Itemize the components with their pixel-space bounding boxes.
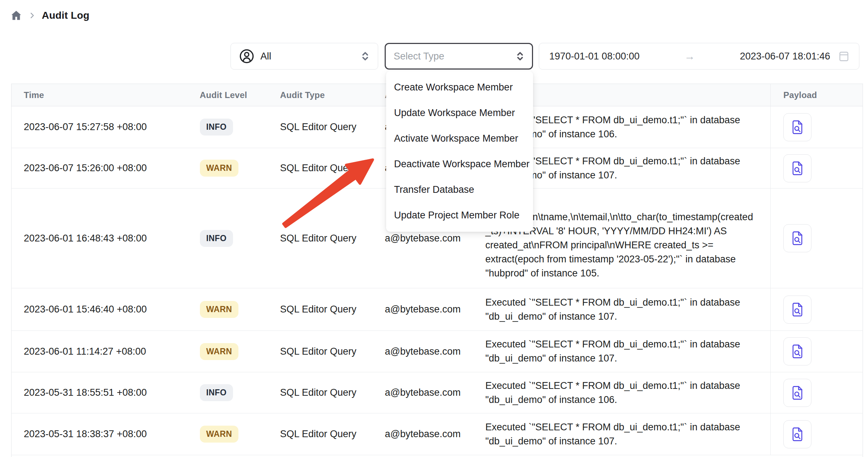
audit-level-badge: WARN <box>200 301 239 318</box>
cell-time: 2023-06-01 16:48:43 +08:00 <box>12 188 200 288</box>
cell-payload <box>771 148 863 188</box>
view-payload-button[interactable] <box>783 296 811 324</box>
cell-audit-type: SQL Editor Query <box>280 106 385 148</box>
person-circle-icon <box>239 48 255 64</box>
cell-time: 2023-05-31 18:55:51 +08:00 <box>12 372 200 413</box>
cell-payload <box>771 288 863 331</box>
dropdown-menu-item[interactable]: Update Workspace Member <box>386 100 533 126</box>
date-range-end[interactable]: 2023-06-07 18:01:46 <box>740 51 830 62</box>
type-filter-placeholder: Select Type <box>394 51 515 62</box>
table-row: 2023-06-01 11:14:27 +08:00 WARN SQL Edit… <box>12 331 863 372</box>
cell-actor: a@bytebase.com <box>385 288 486 331</box>
cell-payload <box>771 106 863 148</box>
cell-actor: a@bytebase.com <box>385 331 486 372</box>
file-search-icon <box>790 344 805 359</box>
chevron-right-icon <box>28 12 36 19</box>
cell-comment: Executed `"SELECT * FROM db_ui_demo.t1;"… <box>486 413 771 455</box>
table-row: 2023-05-31 18:55:51 +08:00 INFO SQL Edit… <box>12 372 863 413</box>
date-range-picker[interactable]: 1970-01-01 08:00:00 → 2023-06-07 18:01:4… <box>539 43 859 70</box>
cell-time: 2023-06-01 11:14:27 +08:00 <box>12 331 200 372</box>
cell-audit-type: SQL Editor Query <box>280 148 385 188</box>
cell-audit-level: INFO <box>200 372 280 413</box>
actor-filter-value: All <box>260 51 360 62</box>
home-icon[interactable] <box>10 9 22 22</box>
cell-actor: a@bytebase.com <box>385 413 486 455</box>
dropdown-menu-item[interactable]: Deactivate Workspace Member <box>386 151 533 177</box>
cell-audit-level: INFO <box>200 188 280 288</box>
cell-audit-level: WARN <box>200 413 280 455</box>
chevron-up-down-icon <box>360 50 371 62</box>
cell-time: 2023-06-07 15:26:00 +08:00 <box>12 148 200 188</box>
view-payload-button[interactable] <box>783 420 811 448</box>
filter-bar: All Select Type 1970-01-01 08:00:00 → 20… <box>231 43 859 70</box>
actor-filter-select[interactable]: All <box>231 43 378 70</box>
cell-audit-level: WARN <box>200 288 280 331</box>
cell-time: 2023-06-07 15:27:58 +08:00 <box>12 106 200 148</box>
cell-audit-type: SQL Editor Query <box>280 188 385 288</box>
cell-audit-level: WARN <box>200 331 280 372</box>
calendar-icon <box>838 50 850 62</box>
col-header-time: Time <box>12 84 200 106</box>
cell-audit-type: SQL Editor Query <box>280 288 385 331</box>
cell-time: 2023-05-31 18:38:37 +08:00 <box>12 413 200 455</box>
table-row: 2023-05-31 18:38:37 +08:00 WARN SQL Edit… <box>12 413 863 455</box>
view-payload-button[interactable] <box>783 379 811 407</box>
col-header-audit-level: Audit Level <box>200 84 280 106</box>
cell-actor: a@bytebase.com <box>385 372 486 413</box>
page-title: Audit Log <box>42 10 89 21</box>
audit-log-page: Audit Log All Select Type 1970-01- <box>0 0 868 457</box>
audit-level-badge: INFO <box>200 230 233 247</box>
audit-level-badge: WARN <box>200 426 239 443</box>
cell-payload <box>771 188 863 288</box>
file-search-icon <box>790 302 805 317</box>
cell-audit-type: SQL Editor Query <box>280 331 385 372</box>
audit-level-badge: WARN <box>200 343 239 360</box>
file-search-icon <box>790 161 805 176</box>
chevron-up-down-icon <box>515 50 525 62</box>
table-row: 2023-06-01 15:46:40 +08:00 WARN SQL Edit… <box>12 288 863 331</box>
table-row-partial <box>12 455 863 457</box>
cell-time: 2023-06-01 15:46:40 +08:00 <box>12 288 200 331</box>
cell-payload <box>771 331 863 372</box>
cell-audit-type: SQL Editor Query <box>280 413 385 455</box>
audit-level-badge: WARN <box>200 160 239 177</box>
type-filter-dropdown-menu: Create Workspace MemberUpdate Workspace … <box>386 71 533 232</box>
view-payload-button[interactable] <box>783 224 811 252</box>
file-search-icon <box>790 385 805 400</box>
cell-comment: Executed `"SELECT * FROM db_ui_demo.t1;"… <box>486 288 771 331</box>
breadcrumb: Audit Log <box>10 9 89 22</box>
view-payload-button[interactable] <box>783 113 811 141</box>
dropdown-menu-item[interactable]: Activate Workspace Member <box>386 126 533 151</box>
cell-audit-type: SQL Editor Query <box>280 372 385 413</box>
file-search-icon <box>790 231 805 246</box>
type-filter-select[interactable]: Select Type <box>385 43 533 70</box>
dropdown-menu-item[interactable]: Transfer Database <box>386 177 533 203</box>
date-range-start[interactable]: 1970-01-01 08:00:00 <box>549 51 640 62</box>
dropdown-menu-item[interactable]: Create Workspace Member <box>386 75 533 100</box>
arrow-right-icon: → <box>640 50 740 62</box>
dropdown-menu-item[interactable]: Update Project Member Role <box>386 203 533 228</box>
audit-level-badge: INFO <box>200 119 233 136</box>
cell-comment: Executed `"SELECT * FROM db_ui_demo.t1;"… <box>486 331 771 372</box>
cell-payload <box>771 413 863 455</box>
view-payload-button[interactable] <box>783 337 811 365</box>
cell-audit-level: INFO <box>200 106 280 148</box>
audit-level-badge: INFO <box>200 384 233 401</box>
file-search-icon <box>790 427 805 442</box>
view-payload-button[interactable] <box>783 154 811 182</box>
col-header-payload: Payload <box>771 84 863 106</box>
cell-payload <box>771 372 863 413</box>
cell-audit-level: WARN <box>200 148 280 188</box>
col-header-audit-type: Audit Type <box>280 84 385 106</box>
cell-comment: Executed `"SELECT * FROM db_ui_demo.t1;"… <box>486 372 771 413</box>
file-search-icon <box>790 120 805 135</box>
